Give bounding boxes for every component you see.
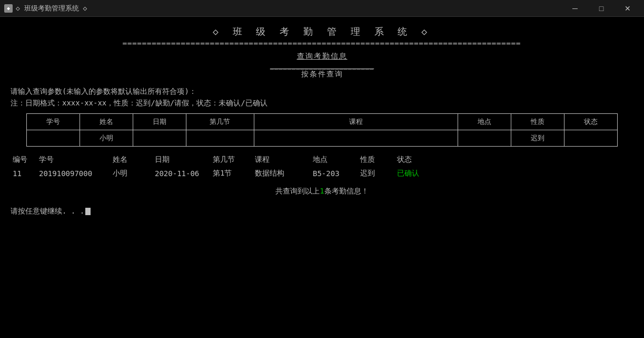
result-num-0: 11 (13, 169, 39, 178)
summary-suffix: 条考勤信息！ (324, 187, 369, 195)
result-col-nature: 性质 (360, 155, 397, 165)
query-table: 学号 姓名 日期 第几节 课程 地点 性质 状态 小明 迟到 (26, 113, 618, 147)
window-title: ◇ 班级考勤管理系统 ◇ (16, 4, 87, 13)
input-nature[interactable]: 迟到 (511, 130, 564, 146)
info-text: 请输入查询参数(未输入的参数将默认输出所有符合项)： 注：日期格式：xxxx-x… (11, 85, 633, 109)
col-header-id: 学号 (26, 113, 80, 130)
result-col-date: 日期 (155, 155, 213, 165)
col-header-course: 课程 (254, 113, 458, 130)
input-date[interactable] (133, 130, 186, 146)
result-status-0: 已确认 (397, 169, 439, 178)
result-col-name: 姓名 (113, 155, 155, 165)
input-session[interactable] (186, 130, 254, 146)
info-line1: 请输入查询参数(未输入的参数将默认输出所有符合项)： (11, 85, 633, 97)
input-id[interactable] (26, 130, 80, 146)
cursor-blink (85, 208, 91, 215)
result-id-0: 201910097000 (39, 169, 113, 178)
minimize-button[interactable]: ─ (563, 1, 587, 16)
input-status[interactable] (564, 130, 618, 146)
app-title: ◇ 班 级 考 勤 管 理 系 统 ◇ (11, 25, 633, 38)
result-nature-0: 迟到 (360, 169, 397, 178)
result-row-0: 11 201910097000 小明 2020-11-06 第1节 数据结构 B… (11, 169, 633, 178)
results-header: 编号 学号 姓名 日期 第几节 课程 地点 性质 状态 (11, 155, 633, 165)
title-bar-controls: ─ □ ✕ (563, 1, 640, 16)
input-name[interactable]: 小明 (80, 130, 133, 146)
result-col-course: 课程 (255, 155, 313, 165)
result-col-session: 第几节 (213, 155, 255, 165)
header-divider: ════════════════════════════════════════… (11, 40, 633, 47)
table-header-row: 学号 姓名 日期 第几节 课程 地点 性质 状态 (26, 113, 618, 130)
col-header-status: 状态 (564, 113, 618, 130)
app-icon: ◆ (4, 4, 13, 13)
maximize-button[interactable]: □ (589, 1, 613, 16)
section-subtitle: 按条件查询 (11, 70, 633, 79)
title-bar-left: ◆ ◇ 班级考勤管理系统 ◇ (4, 4, 87, 13)
continue-label: 请按任意键继续. . . (11, 207, 84, 215)
col-header-date: 日期 (133, 113, 186, 130)
header: ◇ 班 级 考 勤 管 理 系 统 ◇ ════════════════════… (11, 25, 633, 79)
summary-text: 共查询到以上1条考勤信息！ (11, 187, 633, 196)
main-content: ◇ 班 级 考 勤 管 理 系 统 ◇ ════════════════════… (0, 17, 644, 338)
result-col-id: 学号 (39, 155, 113, 165)
section-underline: ________________________ (11, 62, 633, 70)
result-col-num: 编号 (13, 155, 39, 165)
col-header-session: 第几节 (186, 113, 254, 130)
continue-text: 请按任意键继续. . . (11, 207, 633, 216)
results-section: 编号 学号 姓名 日期 第几节 课程 地点 性质 状态 11 201910097… (11, 155, 633, 178)
summary-prefix: 共查询到以上 (275, 187, 320, 195)
title-bar: ◆ ◇ 班级考勤管理系统 ◇ ─ □ ✕ (0, 0, 644, 17)
result-course-0: 数据结构 (255, 169, 313, 178)
table-row: 小明 迟到 (26, 130, 618, 146)
result-col-status: 状态 (397, 155, 439, 165)
input-course[interactable] (254, 130, 458, 146)
info-line2: 注：日期格式：xxxx-xx-xx，性质：迟到/缺勤/请假，状态：未确认/已确认 (11, 97, 633, 109)
result-col-location: 地点 (313, 155, 360, 165)
result-date-0: 2020-11-06 (155, 169, 213, 178)
section-title: 查询考勤信息 (11, 52, 633, 61)
summary-count: 1 (320, 187, 324, 195)
close-button[interactable]: ✕ (616, 1, 640, 16)
result-session-0: 第1节 (213, 169, 255, 178)
result-name-0: 小明 (113, 169, 155, 178)
input-location[interactable] (458, 130, 511, 146)
col-header-location: 地点 (458, 113, 511, 130)
col-header-nature: 性质 (511, 113, 564, 130)
result-location-0: B5-203 (313, 169, 360, 178)
col-header-name: 姓名 (80, 113, 133, 130)
